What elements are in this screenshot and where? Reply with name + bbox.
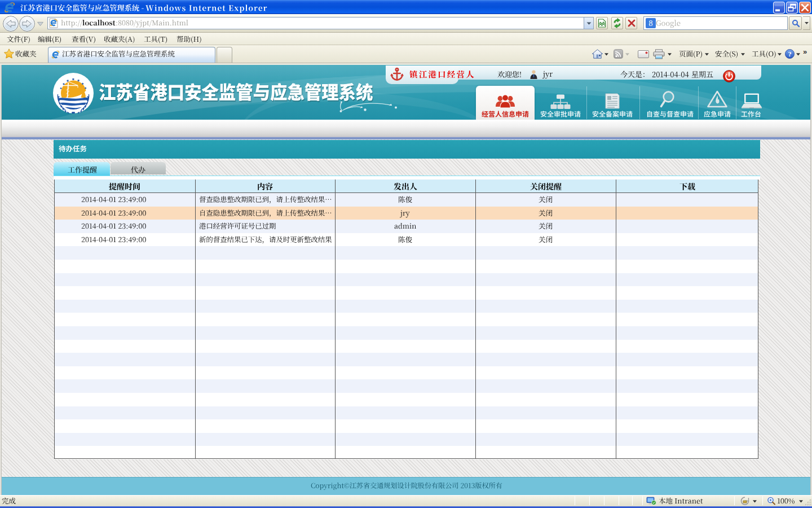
svg-text:?: ? [788,50,791,58]
svg-text:8: 8 [649,19,653,28]
